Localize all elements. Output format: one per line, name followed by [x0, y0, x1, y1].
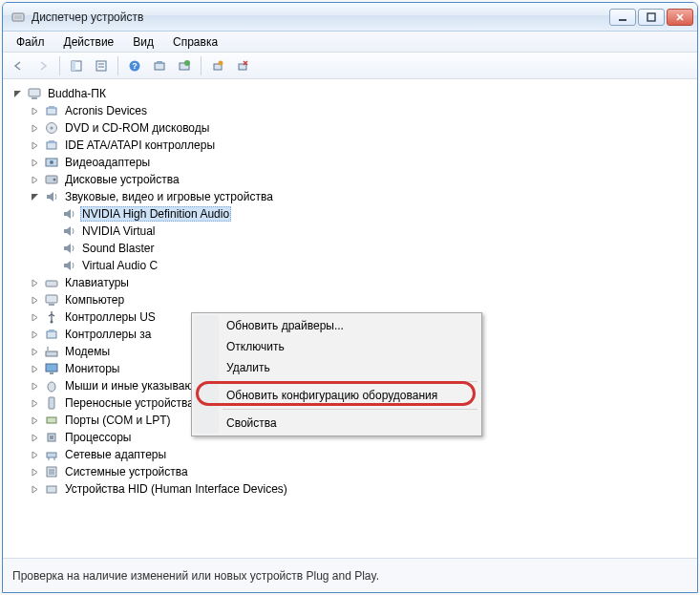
tree-node[interactable]: Видеоадаптеры	[30, 154, 689, 171]
svg-point-29	[53, 179, 56, 181]
tree-node[interactable]: Устройства HID (Human Interface Devices)	[30, 480, 689, 498]
window-controls	[609, 9, 693, 26]
device-icon	[44, 292, 59, 308]
tree-node[interactable]: Звуковые, видео и игровые устройства	[30, 188, 689, 205]
svg-rect-17	[239, 64, 246, 70]
svg-rect-1	[14, 15, 22, 19]
show-hide-tree-button[interactable]	[65, 55, 88, 76]
menubar: Файл Действие Вид Справка	[3, 32, 697, 53]
node-label: Переносные устройства	[63, 395, 196, 411]
node-label: Видеоадаптеры	[63, 155, 152, 170]
svg-rect-12	[157, 61, 162, 64]
svg-rect-37	[46, 364, 57, 372]
menu-help[interactable]: Справка	[163, 33, 227, 51]
device-icon	[44, 309, 59, 325]
device-tree[interactable]: Buddha-ПКAcronis DevicesDVD и CD-ROM дис…	[3, 79, 697, 558]
device-manager-window: Диспетчер устройств Файл Действие Вид Сп…	[2, 2, 698, 593]
svg-rect-19	[32, 97, 37, 99]
tree-node[interactable]: DVD и CD-ROM дисководы	[30, 119, 689, 137]
svg-rect-36	[46, 351, 57, 356]
toolbar: ?	[3, 53, 697, 79]
tree-node[interactable]: Клавиатуры	[30, 274, 689, 291]
device-icon	[44, 172, 59, 187]
svg-rect-34	[47, 331, 56, 338]
window-title: Диспетчер устройств	[32, 11, 609, 24]
device-icon	[44, 481, 59, 497]
toolbar-separator	[201, 56, 202, 75]
tree-node[interactable]: Acronis Devices	[30, 102, 689, 119]
device-icon	[44, 327, 59, 342]
audio-device-icon	[61, 258, 76, 273]
node-label: Virtual Audio C	[80, 258, 159, 273]
device-icon	[44, 361, 59, 376]
cm-update-drivers[interactable]: Обновить драйверы...	[194, 315, 479, 336]
scan-hardware-button[interactable]	[148, 55, 171, 76]
svg-rect-25	[49, 140, 54, 143]
node-label: IDE ATA/ATAPI контроллеры	[63, 138, 217, 153]
svg-rect-40	[49, 397, 54, 409]
menu-file[interactable]: Файл	[7, 33, 54, 51]
cm-scan-hardware[interactable]: Обновить конфигурацию оборудования	[194, 385, 479, 406]
node-label: Компьютер	[63, 292, 126, 308]
svg-point-16	[219, 60, 223, 65]
tree-node[interactable]: Компьютер	[30, 291, 689, 308]
svg-rect-2	[619, 19, 626, 21]
device-icon	[44, 464, 59, 479]
menu-view[interactable]: Вид	[123, 33, 163, 51]
device-icon	[44, 120, 59, 136]
disable-button[interactable]	[231, 55, 254, 76]
tree-leaf[interactable]: Virtual Audio C	[47, 257, 689, 274]
node-label: Сетевые адаптеры	[63, 447, 168, 462]
svg-rect-44	[47, 453, 56, 457]
menu-action[interactable]: Действие	[54, 33, 124, 51]
context-menu: Обновить драйверы... Отключить Удалить О…	[191, 312, 482, 436]
node-label: Мониторы	[63, 361, 121, 376]
update-driver-button[interactable]	[173, 55, 196, 76]
svg-point-39	[48, 382, 55, 392]
svg-rect-32	[49, 304, 54, 306]
device-icon	[44, 395, 59, 411]
cm-disable[interactable]: Отключить	[194, 336, 479, 357]
close-button[interactable]	[667, 9, 693, 26]
tree-node[interactable]: Сетевые адаптеры	[30, 446, 689, 463]
titlebar[interactable]: Диспетчер устройств	[3, 3, 697, 32]
node-label: Sound Blaster	[80, 241, 156, 256]
cm-separator	[223, 381, 477, 382]
svg-rect-20	[47, 108, 56, 115]
audio-device-icon	[61, 206, 76, 222]
status-text: Проверка на наличие изменений или новых …	[12, 569, 379, 583]
uninstall-button[interactable]	[206, 55, 229, 76]
svg-point-27	[50, 160, 53, 164]
node-label: Модемы	[63, 344, 112, 359]
svg-point-33	[51, 321, 53, 324]
tree-node[interactable]: Дисковые устройства	[30, 171, 689, 188]
help-button[interactable]: ?	[123, 55, 146, 76]
tree-root[interactable]: Buddha-ПК	[12, 85, 689, 102]
minimize-button[interactable]	[609, 9, 636, 26]
cm-uninstall[interactable]: Удалить	[194, 357, 479, 378]
tree-node[interactable]: IDE ATA/ATAPI контроллеры	[30, 137, 689, 154]
tree-leaf[interactable]: Sound Blaster	[47, 240, 689, 257]
tree-node[interactable]: Системные устройства	[30, 463, 689, 480]
svg-rect-43	[50, 436, 53, 439]
svg-rect-48	[49, 469, 54, 475]
device-icon	[44, 275, 59, 290]
cm-properties[interactable]: Свойства	[194, 413, 479, 434]
properties-button[interactable]	[90, 55, 113, 76]
svg-rect-3	[647, 13, 655, 21]
app-icon	[11, 10, 26, 25]
svg-rect-18	[29, 89, 40, 96]
audio-device-icon	[61, 241, 76, 256]
audio-device-icon	[61, 223, 76, 239]
device-icon	[44, 378, 59, 393]
toolbar-separator	[59, 56, 60, 75]
tree-leaf[interactable]: NVIDIA High Definition Audio	[47, 205, 689, 223]
node-label: NVIDIA High Definition Audio	[80, 206, 231, 222]
toolbar-separator	[117, 56, 118, 75]
svg-rect-5	[72, 61, 75, 71]
node-label: Процессоры	[63, 430, 134, 445]
nav-back-button[interactable]	[7, 55, 30, 76]
nav-forward-button[interactable]	[32, 55, 54, 76]
maximize-button[interactable]	[638, 9, 665, 26]
tree-leaf[interactable]: NVIDIA Virtual	[47, 223, 689, 240]
